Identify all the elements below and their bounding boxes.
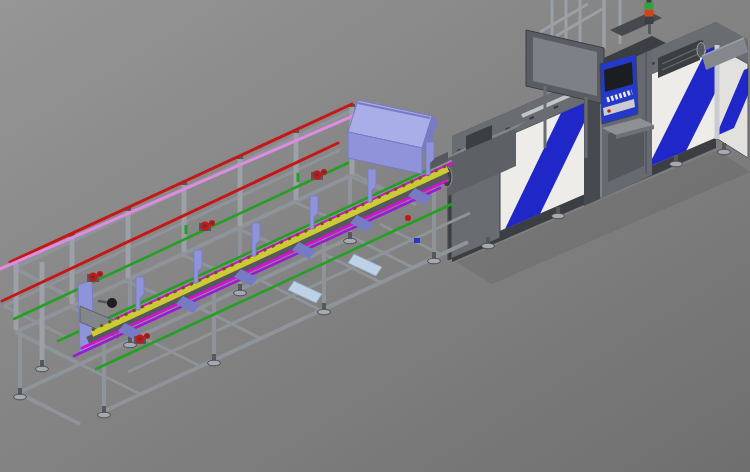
leveling-foot-pad	[718, 149, 731, 155]
clamp-hub	[99, 273, 101, 275]
stop-roller-red	[405, 215, 411, 221]
leveling-foot-pad	[36, 366, 49, 372]
clamp-hub	[211, 222, 213, 224]
cad-viewport	[0, 0, 750, 472]
clamp-hub	[92, 276, 95, 279]
leveling-foot-pad	[14, 394, 27, 400]
leveling-foot-pad	[344, 238, 357, 244]
clamp-hub	[316, 174, 319, 177]
leveling-foot-pad	[318, 309, 331, 315]
leveling-foot-pad	[670, 161, 683, 167]
signal-base	[645, 17, 654, 25]
leveling-foot-pad	[98, 412, 111, 418]
clamp-hub	[204, 225, 207, 228]
machine-render	[0, 0, 750, 472]
hmi-estop-button	[607, 109, 611, 113]
clamp-hub	[146, 335, 148, 337]
signal-pole	[648, 24, 651, 34]
guide-roller-black	[107, 298, 117, 308]
leveling-foot-pad	[234, 290, 247, 296]
leveling-foot-pad	[208, 360, 221, 366]
leveling-foot-pad	[482, 243, 495, 249]
signal-lamp-green	[645, 3, 654, 10]
leveling-foot-pad	[428, 258, 441, 264]
signal-lamp-red	[645, 10, 654, 17]
clamp-hub	[323, 171, 325, 173]
stop-block-blue	[414, 238, 420, 243]
signal-cap	[647, 0, 652, 3]
leveling-foot-pad	[552, 213, 565, 219]
clamp-hub	[139, 338, 142, 341]
